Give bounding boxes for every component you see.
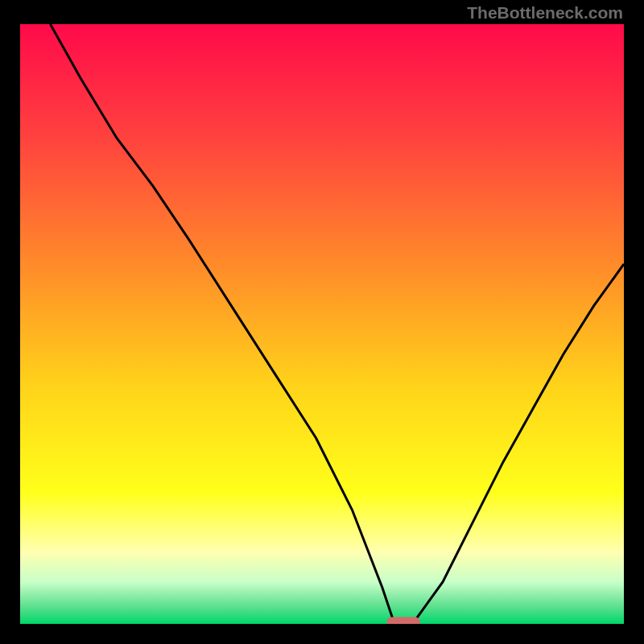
chart-frame: TheBottleneck.com <box>0 0 644 644</box>
bottleneck-curve <box>51 24 625 624</box>
optimal-marker <box>387 617 420 625</box>
plot-area <box>20 24 624 624</box>
branding-text: TheBottleneck.com <box>467 3 623 23</box>
curve-layer <box>20 24 624 624</box>
